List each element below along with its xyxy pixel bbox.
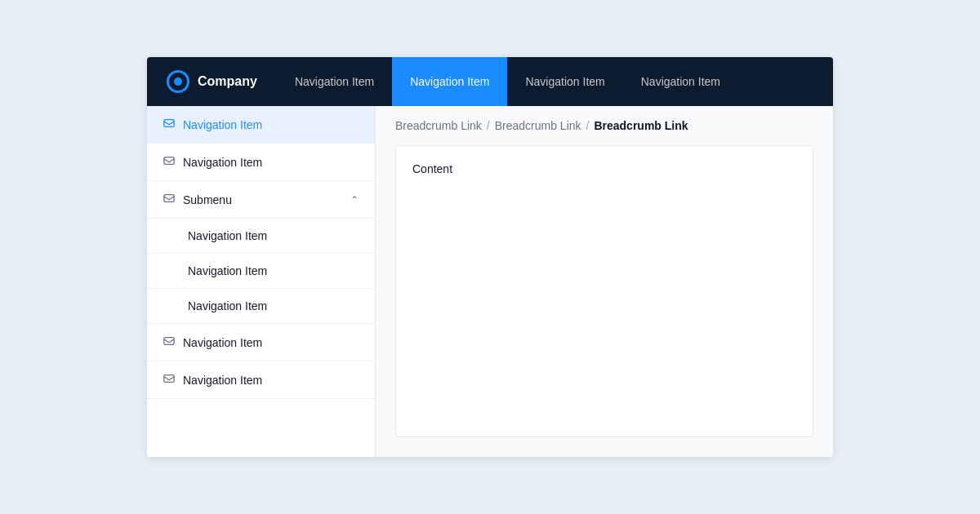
breadcrumb-link-1[interactable]: Breadcrumb Link (395, 119, 482, 132)
content-box: Content (395, 145, 813, 437)
brand-icon-inner (174, 78, 182, 86)
sidebar-item-2[interactable]: Navigation Item (147, 144, 375, 181)
app-shell: Company Navigation Item Navigation Item … (147, 57, 833, 457)
svg-rect-4 (164, 375, 174, 383)
sidebar-sub-label-1: Navigation Item (188, 229, 267, 242)
brand-logo[interactable]: Company (147, 57, 277, 106)
sidebar-icon-2 (163, 155, 175, 169)
top-nav: Company Navigation Item Navigation Item … (147, 57, 833, 106)
content-area: Breadcrumb Link / Breadcrumb Link / Brea… (376, 106, 833, 457)
sidebar-sub-item-1[interactable]: Navigation Item (147, 219, 375, 254)
svg-rect-1 (164, 157, 174, 165)
top-nav-item-1[interactable]: Navigation Item (277, 57, 392, 106)
main-area: Navigation Item Navigation Item (147, 106, 833, 457)
top-nav-items: Navigation Item Navigation Item Navigati… (277, 57, 833, 106)
breadcrumb-link-3[interactable]: Breadcrumb Link (594, 119, 688, 132)
sidebar-submenu-children: Navigation Item Navigation Item Navigati… (147, 219, 375, 324)
sidebar-label-2: Navigation Item (183, 156, 262, 169)
sidebar-icon-4 (163, 335, 175, 349)
svg-rect-0 (164, 120, 174, 127)
sidebar-icon-5 (163, 373, 175, 387)
svg-rect-3 (164, 338, 174, 345)
sidebar-icon-1 (163, 117, 175, 131)
chevron-up-icon: ⌃ (350, 194, 359, 206)
sidebar-submenu-left: Submenu (163, 193, 232, 206)
sidebar-label-4: Navigation Item (183, 336, 262, 349)
sidebar-sub-item-3[interactable]: Navigation Item (147, 289, 375, 324)
top-nav-item-2[interactable]: Navigation Item (392, 57, 507, 106)
brand-icon (167, 70, 189, 93)
sidebar-sub-label-3: Navigation Item (188, 299, 267, 312)
top-nav-item-4[interactable]: Navigation Item (623, 57, 738, 106)
content-text: Content (412, 162, 452, 175)
sidebar-submenu-header[interactable]: Submenu ⌃ (147, 181, 375, 219)
sidebar-sub-label-2: Navigation Item (188, 264, 267, 277)
breadcrumb-separator-2: / (586, 119, 590, 132)
svg-rect-2 (164, 195, 174, 202)
breadcrumb-link-2[interactable]: Breadcrumb Link (495, 119, 581, 132)
sidebar-submenu-icon (163, 193, 175, 206)
sidebar-label-5: Navigation Item (183, 374, 262, 387)
sidebar-item-1[interactable]: Navigation Item (147, 106, 375, 144)
breadcrumb-separator-1: / (487, 119, 490, 132)
breadcrumb: Breadcrumb Link / Breadcrumb Link / Brea… (376, 106, 833, 145)
sidebar-sub-item-2[interactable]: Navigation Item (147, 254, 375, 289)
brand-name: Company (198, 74, 257, 89)
sidebar-item-5[interactable]: Navigation Item (147, 361, 375, 399)
sidebar-item-4[interactable]: Navigation Item (147, 324, 375, 361)
sidebar-label-1: Navigation Item (183, 118, 262, 131)
top-nav-item-3[interactable]: Navigation Item (507, 57, 622, 106)
sidebar-submenu-label: Submenu (183, 193, 232, 206)
sidebar: Navigation Item Navigation Item (147, 106, 376, 457)
